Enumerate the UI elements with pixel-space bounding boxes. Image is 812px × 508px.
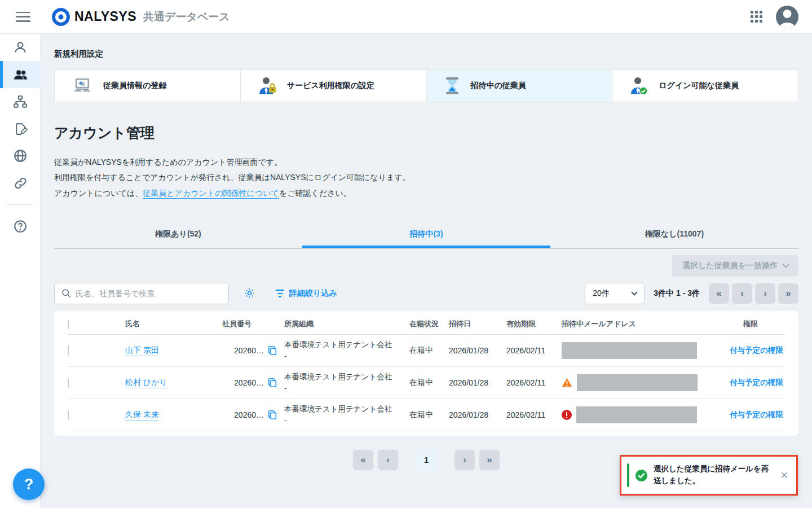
employee-name-link[interactable]: 久保 未来 xyxy=(125,410,159,419)
search-input[interactable] xyxy=(76,289,222,298)
org-sub: - xyxy=(284,351,409,362)
description-line-1: 従業員がNALYSYSを利用するためのアカウント管理画面です。 xyxy=(54,155,798,170)
step-invited-employees[interactable]: 招待中の従業員 xyxy=(427,70,613,102)
sidebar xyxy=(0,34,41,508)
step-label: ログイン可能な従業員 xyxy=(659,81,739,91)
chevron-down-icon xyxy=(782,261,789,269)
employee-table: 氏名 社員番号 所属組織 在籍状況 招待日 有効期限 招待中メールアドレス 権限… xyxy=(54,311,798,436)
hourglass-icon xyxy=(444,77,461,95)
last-page-button[interactable]: » xyxy=(479,450,500,470)
permission-link[interactable]: 付与予定の権限 xyxy=(730,410,783,419)
invited-date: 2026/01/28 xyxy=(449,410,506,419)
table-row: 久保 未来 20260… 本番環境テスト用テナント会社 - 在籍中 2026/0… xyxy=(68,399,785,431)
chevron-down-icon xyxy=(632,289,638,295)
row-checkbox[interactable] xyxy=(68,378,69,388)
employee-no: 20260… xyxy=(222,346,267,355)
page-description: 従業員がNALYSYSを利用するためのアカウント管理画面です。 利用権限を付与す… xyxy=(54,155,798,201)
tab-no-permission[interactable]: 権限なし(11007) xyxy=(550,222,798,248)
permission-link[interactable]: 付与予定の権限 xyxy=(730,378,783,387)
help-fab-button[interactable]: ? xyxy=(13,468,45,500)
error-icon xyxy=(562,410,572,420)
close-icon[interactable]: ✕ xyxy=(779,470,789,481)
table-header-row: 氏名 社員番号 所属組織 在籍状況 招待日 有効期限 招待中メールアドレス 権限 xyxy=(68,314,785,335)
sidebar-item-help[interactable] xyxy=(0,213,41,240)
toast-accent-bar xyxy=(627,463,629,487)
filter-icon xyxy=(276,290,284,297)
prev-page-button[interactable]: ‹ xyxy=(732,283,752,304)
advanced-filter-label: 詳細絞り込み xyxy=(289,288,337,299)
step-service-permission[interactable]: サービス利用権限の設定 xyxy=(241,70,427,102)
search-icon xyxy=(61,288,71,298)
sidebar-item-profile[interactable] xyxy=(0,34,41,61)
gear-icon xyxy=(244,287,255,299)
status-cell: 在籍中 xyxy=(409,410,449,420)
email-cell xyxy=(562,342,730,359)
bulk-action-button[interactable]: 選択した従業員を一括操作 xyxy=(672,255,798,277)
sidebar-item-accounts[interactable] xyxy=(0,61,41,88)
copy-icon[interactable] xyxy=(267,378,284,388)
copy-icon[interactable] xyxy=(267,410,284,420)
warning-icon xyxy=(562,378,572,387)
prev-page-button[interactable]: ‹ xyxy=(378,450,398,470)
copy-icon[interactable] xyxy=(267,345,284,356)
table-row: 山下 宗田 20260… 本番環境テスト用テナント会社 - 在籍中 2026/0… xyxy=(68,335,785,367)
page-title: アカウント管理 xyxy=(54,124,798,142)
apps-grid-icon[interactable] xyxy=(751,11,762,23)
step-employee-registration[interactable]: 従業員情報の登録 xyxy=(55,70,241,102)
row-checkbox[interactable] xyxy=(68,410,69,420)
top-pagination: « ‹ › » xyxy=(709,283,798,304)
search-settings-button[interactable] xyxy=(244,287,255,299)
employee-no: 20260… xyxy=(222,410,267,419)
org-chart-icon xyxy=(13,94,28,109)
step-login-enabled[interactable]: ログイン可能な従業員 xyxy=(612,70,798,102)
page-size-value: 20件 xyxy=(593,288,610,299)
first-page-button[interactable]: « xyxy=(709,283,729,304)
invited-date: 2026/01/28 xyxy=(449,378,506,387)
permission-link[interactable]: 付与予定の権限 xyxy=(730,346,783,354)
person-icon xyxy=(13,40,28,55)
org-name: 本番環境テスト用テナント会社 xyxy=(284,404,409,415)
next-page-button[interactable]: › xyxy=(755,283,775,304)
advanced-filter-button[interactable]: 詳細絞り込み xyxy=(276,288,337,299)
invited-date: 2026/01/28 xyxy=(449,346,506,355)
help-circle-icon xyxy=(13,219,28,234)
next-page-button[interactable]: › xyxy=(454,450,475,470)
search-box xyxy=(54,283,229,304)
employee-name-link[interactable]: 山下 宗田 xyxy=(125,345,159,354)
org-cell: 本番環境テスト用テナント会社 - xyxy=(284,339,409,361)
last-page-button[interactable]: » xyxy=(778,283,798,304)
status-cell: 在籍中 xyxy=(409,378,449,388)
user-avatar[interactable] xyxy=(776,6,798,28)
tab-invited[interactable]: 招待中(3) xyxy=(302,222,550,248)
page-size-select[interactable]: 20件 xyxy=(585,283,645,304)
org-sub: - xyxy=(284,383,409,394)
org-cell: 本番環境テスト用テナント会社 - xyxy=(284,371,409,393)
org-name: 本番環境テスト用テナント会社 xyxy=(284,339,409,351)
relationship-help-link[interactable]: 従業員とアカウントの関係性について xyxy=(143,189,279,198)
status-cell: 在籍中 xyxy=(409,345,449,356)
expire-date: 2026/02/11 xyxy=(506,346,562,355)
account-tabs: 権限あり(52) 招待中(3) 権限なし(11007) xyxy=(54,222,798,248)
menu-icon[interactable] xyxy=(16,12,30,22)
tab-with-permission[interactable]: 権限あり(52) xyxy=(54,222,302,248)
list-toolbar: 詳細絞り込み 20件 3件中 1 - 3件 « ‹ › » xyxy=(54,283,798,304)
globe-icon xyxy=(13,148,28,163)
sidebar-item-organization[interactable] xyxy=(0,88,41,115)
row-checkbox[interactable] xyxy=(68,345,69,356)
bulk-action-row: 選択した従業員を一括操作 xyxy=(54,255,798,277)
document-edit-icon xyxy=(14,122,28,136)
col-employee-no: 社員番号 xyxy=(222,319,267,329)
email-cell xyxy=(562,406,730,423)
sidebar-item-links[interactable] xyxy=(0,169,41,196)
sidebar-divider xyxy=(7,204,33,205)
description-line-2: 利用権限を付与することでアカウントが発行され、従業員はNALYSYSにログイン可… xyxy=(54,170,798,185)
sidebar-item-global[interactable] xyxy=(0,142,41,169)
toast-message: 選択した従業員に招待メールを再送しました。 xyxy=(654,463,774,487)
col-name: 氏名 xyxy=(125,319,222,329)
select-all-checkbox[interactable] xyxy=(68,319,69,329)
current-page-button[interactable]: 1 xyxy=(416,450,436,470)
person-check-icon xyxy=(629,77,648,95)
employee-name-link[interactable]: 松村 ひかり xyxy=(125,378,167,387)
sidebar-item-contract[interactable] xyxy=(0,115,41,142)
first-page-button[interactable]: « xyxy=(353,450,373,470)
